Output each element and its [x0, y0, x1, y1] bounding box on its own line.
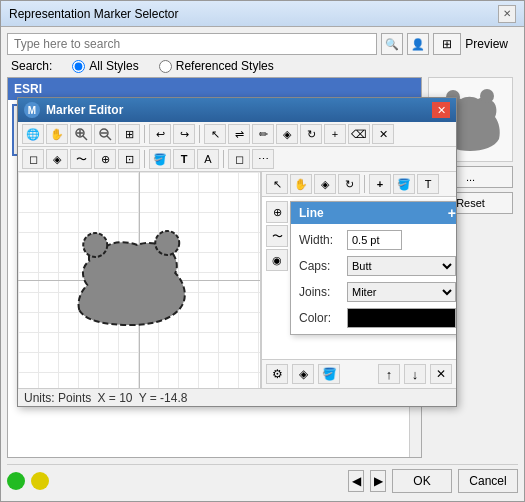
grid-button[interactable]: ⊞ — [118, 124, 140, 144]
editor-right-panel: ↖ ✋ ◈ ↻ + 🪣 T ⊕ — [261, 172, 456, 388]
status-units: Units: Points — [24, 391, 91, 405]
anchor-button[interactable]: ⊕ — [94, 149, 116, 169]
bear-canvas-svg — [59, 215, 204, 345]
main-panel: ESRI — [7, 77, 518, 458]
fill-icon-button[interactable]: 🪣 — [318, 364, 340, 384]
pen-button[interactable]: ✏ — [252, 124, 274, 144]
svg-line-6 — [83, 136, 87, 140]
marker-editor-icon: M — [24, 102, 40, 118]
marker-editor-toolbar: 🌐 ✋ ⊞ ↩ ↪ ↖ ⇌ ✏ ◈ — [18, 122, 456, 147]
eraser-button[interactable]: ⌫ — [348, 124, 370, 144]
marker-editor-titlebar: M Marker Editor ✕ — [18, 98, 456, 122]
toolbar-sep3 — [144, 150, 145, 168]
redo-button[interactable]: ↪ — [173, 124, 195, 144]
rt-text-button[interactable]: T — [417, 174, 439, 194]
referenced-styles-radio[interactable]: Referenced Styles — [159, 59, 274, 73]
delete-icon-button[interactable]: ✕ — [430, 364, 452, 384]
editor-right-toolbar: ↖ ✋ ◈ ↻ + 🪣 T — [262, 172, 456, 197]
rt-sep1 — [364, 175, 365, 193]
search-row: 🔍 👤 ⊞ Preview — [7, 33, 518, 55]
transform-button[interactable]: ⇌ — [228, 124, 250, 144]
rt-hand-button[interactable]: ✋ — [290, 174, 312, 194]
scale-button[interactable]: ⊡ — [118, 149, 140, 169]
status-x: X = 10 — [97, 391, 132, 405]
nodes-icon-button[interactable]: ◈ — [292, 364, 314, 384]
close-x-button[interactable]: ✕ — [372, 124, 394, 144]
caps-label: Caps: — [299, 259, 341, 273]
color-row: Color: — [299, 308, 456, 328]
width-label: Width: — [299, 233, 341, 247]
line-props-header: Line + — [291, 202, 456, 224]
marker-editor-body: ↖ ✋ ◈ ↻ + 🪣 T ⊕ — [18, 172, 456, 388]
line-props-panel: Line + Width: Caps: — [290, 201, 456, 335]
radio-row: Search: All Styles Referenced Styles — [7, 59, 518, 73]
preview-label: Preview — [465, 37, 508, 51]
side-icon-3[interactable]: ◉ — [266, 249, 288, 271]
line-props-plus-button[interactable]: + — [448, 205, 456, 221]
a-button[interactable]: A — [197, 149, 219, 169]
line-props-title: Line — [299, 206, 324, 220]
rt-rotate-button[interactable]: ↻ — [338, 174, 360, 194]
ok-button[interactable]: OK — [392, 469, 452, 493]
rt-cursor-button[interactable]: ↖ — [266, 174, 288, 194]
scroll-right-button[interactable]: ▶ — [370, 470, 386, 492]
svg-line-10 — [107, 136, 111, 140]
zoom-in-button[interactable] — [70, 124, 92, 144]
undo-button[interactable]: ↩ — [149, 124, 171, 144]
node-button[interactable]: ◈ — [276, 124, 298, 144]
shape-button[interactable]: ◻ — [22, 149, 44, 169]
hand-button[interactable]: ✋ — [46, 124, 68, 144]
stroke-button[interactable]: ◻ — [228, 149, 250, 169]
caps-select[interactable]: Butt — [347, 256, 456, 276]
misc-button[interactable]: ⋯ — [252, 149, 274, 169]
caps-row: Caps: Butt — [299, 256, 456, 276]
select-button[interactable]: ↖ — [204, 124, 226, 144]
all-styles-radio[interactable]: All Styles — [72, 59, 138, 73]
search-input[interactable] — [7, 33, 377, 55]
joins-label: Joins: — [299, 285, 341, 299]
editor-bottom-icons: ⚙ ◈ 🪣 ↑ ↓ ✕ — [262, 359, 456, 388]
representation-marker-selector-window: Representation Marker Selector ✕ 🔍 👤 ⊞ P… — [0, 0, 525, 502]
editor-canvas[interactable] — [18, 172, 261, 388]
grid-view-button[interactable]: ⊞ — [433, 33, 461, 55]
window-close-button[interactable]: ✕ — [498, 5, 516, 23]
svg-point-12 — [83, 233, 107, 257]
line-props-body: Width: Caps: Butt — [291, 224, 456, 334]
green-circle-button[interactable] — [7, 472, 25, 490]
marker-editor-dialog: M Marker Editor ✕ 🌐 ✋ ⊞ — [17, 97, 457, 407]
side-icon-1[interactable]: ⊕ — [266, 201, 288, 223]
svg-point-4 — [480, 89, 494, 103]
width-input[interactable] — [347, 230, 402, 250]
node2-button[interactable]: ◈ — [46, 149, 68, 169]
joins-row: Joins: Miter — [299, 282, 456, 302]
rotate-button[interactable]: ↻ — [300, 124, 322, 144]
color-label: Color: — [299, 311, 341, 325]
outer-content: 🔍 👤 ⊞ Preview Search: All Styles Referen… — [1, 27, 524, 501]
search-label: Search: — [11, 59, 52, 73]
zoom-out-button[interactable] — [94, 124, 116, 144]
rt-fill-button[interactable]: 🪣 — [393, 174, 415, 194]
cancel-button[interactable]: Cancel — [458, 469, 518, 493]
text-button[interactable]: T — [173, 149, 195, 169]
toolbar-sep1 — [144, 125, 145, 143]
window-title: Representation Marker Selector — [9, 7, 178, 21]
fill2-button[interactable]: 🪣 — [149, 149, 171, 169]
smooth-button[interactable]: 〜 — [70, 149, 92, 169]
add-button[interactable]: + — [324, 124, 346, 144]
side-icon-2[interactable]: 〜 — [266, 225, 288, 247]
marker-editor-toolbar2: ◻ ◈ 〜 ⊕ ⊡ 🪣 T A ◻ ⋯ — [18, 147, 456, 172]
scroll-left-button[interactable]: ◀ — [348, 470, 364, 492]
down-arrow-button[interactable]: ↓ — [404, 364, 426, 384]
rt-add-button[interactable]: + — [369, 174, 391, 194]
joins-select[interactable]: Miter — [347, 282, 456, 302]
editor-status-bar: Units: Points X = 10 Y = -14.8 — [18, 388, 456, 406]
rt-node-button[interactable]: ◈ — [314, 174, 336, 194]
color-swatch[interactable] — [347, 308, 456, 328]
user-search-button[interactable]: 👤 — [407, 33, 429, 55]
settings-icon-button[interactable]: ⚙ — [266, 364, 288, 384]
search-button[interactable]: 🔍 — [381, 33, 403, 55]
yellow-circle-button[interactable] — [31, 472, 49, 490]
globe-button[interactable]: 🌐 — [22, 124, 44, 144]
marker-editor-close-button[interactable]: ✕ — [432, 102, 450, 118]
up-arrow-button[interactable]: ↑ — [378, 364, 400, 384]
